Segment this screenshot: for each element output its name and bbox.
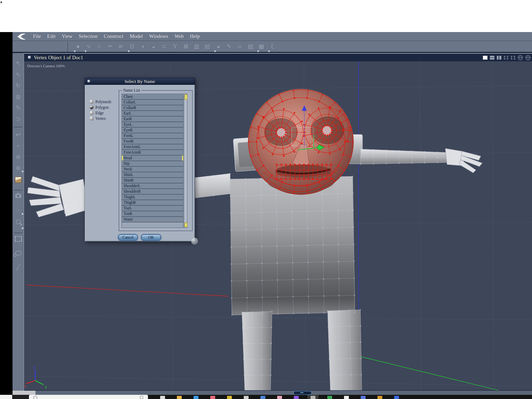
window-blue-icon[interactable] (194, 396, 198, 399)
knife-tool-icon[interactable]: ✎ (13, 102, 24, 114)
menu-windows[interactable]: Windows (149, 33, 169, 39)
move-gizmo-tool-icon[interactable]: + (13, 140, 24, 152)
window-blue2-icon[interactable] (260, 396, 265, 399)
scrollbar-thumb[interactable] (185, 94, 187, 100)
diamond-white-icon[interactable] (344, 396, 349, 399)
dome-cut-tool-icon[interactable]: ◕ (213, 42, 224, 51)
camera-tool-icon[interactable] (13, 194, 24, 205)
ok-button[interactable]: OK (141, 235, 161, 240)
dialog-menu-dot-icon[interactable] (87, 80, 90, 83)
wire-globe-a-icon[interactable] (518, 55, 523, 60)
menu-construct[interactable]: Construct (104, 33, 123, 39)
fold-tool-icon[interactable]: ▨ (245, 42, 256, 51)
marquee-select-tool-icon[interactable] (13, 236, 24, 247)
radio-polygon[interactable]: Polygon (89, 105, 111, 110)
name-list-item-earl[interactable]: EarL (122, 111, 183, 116)
pin-gray-icon[interactable] (244, 396, 249, 399)
name-list-item-collarr[interactable]: CollarR (122, 105, 183, 111)
scrollbar-bottom-marker[interactable] (185, 223, 187, 227)
layout-split-cross-icon[interactable] (497, 56, 501, 60)
magnet-tool-icon[interactable]: ∩ (94, 42, 105, 51)
banked-sphere-tool-icon[interactable]: ◍ (13, 91, 24, 102)
transform-box-tool-icon[interactable]: ⊡ (127, 42, 138, 51)
flag-blue-icon[interactable] (361, 396, 366, 399)
menu-file[interactable]: File (33, 33, 41, 39)
search-input[interactable] (29, 395, 148, 399)
lathe-tool-icon[interactable]: ◒ (148, 42, 159, 51)
name-list-item-shinr[interactable]: ShinR (122, 178, 183, 183)
name-list-item-forearmr[interactable]: ForeArmR (122, 150, 183, 155)
name-list-item-shinl[interactable]: ShinL (122, 172, 183, 178)
hscroll-thumb[interactable] (294, 391, 312, 395)
name-list-item-toel[interactable]: ToeL (122, 206, 183, 211)
pen-yellow-icon[interactable] (227, 396, 232, 399)
name-list-item-waist[interactable]: Waist (122, 217, 183, 222)
hand-right[interactable] (445, 148, 482, 173)
dart-select-tool-icon[interactable]: ⇖ (13, 69, 24, 80)
lasso-select-tool-icon[interactable] (13, 251, 24, 262)
circle-blue-icon[interactable] (394, 396, 399, 399)
name-list-item-thighr[interactable]: ThighR (122, 200, 183, 206)
name-list-item-collarl[interactable]: CollarL (122, 100, 183, 105)
bend-tool-icon[interactable]: ▱ (235, 42, 245, 51)
block-tool-icon[interactable]: ▥ (191, 42, 202, 51)
menu-selection[interactable]: Selection (79, 33, 97, 39)
radio-vertex[interactable]: Vertex (89, 116, 111, 121)
leg-left[interactable] (242, 312, 272, 391)
clamp-tool-icon[interactable]: ⊃ (13, 114, 24, 125)
layout-single-icon[interactable] (483, 56, 487, 60)
layout-split-horizontal-icon[interactable] (490, 56, 494, 60)
sphere-gray-icon[interactable] (311, 396, 315, 399)
bone-tool-icon[interactable]: ξ (267, 42, 278, 51)
polyline-vertex-tool-icon[interactable]: ∿ (84, 42, 94, 51)
hook-tool-icon[interactable]: ↩ (13, 129, 24, 140)
radio-edge[interactable]: Edge (89, 110, 111, 116)
menu-view[interactable]: View (62, 33, 73, 39)
app-purple-icon[interactable] (294, 396, 299, 399)
name-list-item-shoulderr[interactable]: ShoulderR (122, 189, 183, 194)
hand-left[interactable] (28, 176, 88, 217)
pan-hand-tool-icon[interactable]: ☞ (13, 205, 24, 216)
menu-web[interactable]: Web (175, 33, 184, 39)
name-list-item-head[interactable]: Head (122, 155, 183, 161)
menu-help[interactable]: Help (190, 33, 200, 39)
menu-edit[interactable]: Edit (47, 33, 56, 39)
layout-split-quad-icon[interactable] (504, 56, 508, 60)
view-cube-tool-icon[interactable] (13, 177, 24, 188)
zoom-tool-icon[interactable] (13, 220, 24, 231)
dialog-title-bar[interactable]: Select By Name (85, 78, 195, 85)
delete-region-tool-icon[interactable]: ⊠ (181, 42, 191, 51)
viewport-hscrollbar[interactable] (24, 390, 532, 395)
pen-tool-icon[interactable]: ✎ (224, 42, 235, 51)
viewport-menu-dot-icon[interactable] (28, 56, 31, 59)
weld-tool-icon[interactable]: ⊳ (116, 42, 127, 51)
scissors-tool-icon[interactable]: ✂ (105, 42, 116, 51)
sphere-tool-icon[interactable]: ● (73, 42, 84, 51)
folder-icon[interactable] (177, 396, 182, 399)
name-list-item-hip[interactable]: Hip (122, 161, 183, 167)
circle-pink-icon[interactable] (277, 396, 282, 399)
wire-globe-b-icon[interactable] (525, 55, 531, 60)
brush-select-tool-icon[interactable]: ╱ (13, 262, 24, 273)
name-list-item-footl[interactable]: FootL (122, 133, 183, 139)
list-scrollbar[interactable] (184, 94, 187, 228)
radio-polymesh[interactable]: Polymesh (89, 99, 111, 105)
start-button[interactable] (13, 395, 29, 399)
name-list-item-forearml[interactable]: ForeArmL (122, 144, 183, 150)
app-green-icon[interactable] (327, 396, 332, 399)
head-selected-mesh[interactable] (248, 89, 354, 195)
rotate-gizmo-tool-icon[interactable]: ⊛ (13, 152, 24, 163)
mail-red-icon[interactable] (210, 396, 215, 399)
leg-right[interactable] (328, 310, 362, 391)
name-list-item-toer[interactable]: ToeR (122, 211, 183, 217)
name-list-item-eyel[interactable]: EyeL (122, 122, 183, 128)
extrude-tool-icon[interactable]: ⊂ (159, 42, 170, 51)
name-list-item-eyer[interactable]: EyeR (122, 128, 183, 133)
name-list-item-shoulderl[interactable]: ShoulderL (122, 183, 183, 189)
dome-tool-icon[interactable]: ◖ (138, 42, 148, 51)
select-arrow-tool-icon[interactable]: ↖ (13, 58, 24, 69)
name-list-item-chest[interactable]: Chest (122, 94, 183, 100)
chart-bars-icon[interactable] (160, 396, 165, 399)
name-list-item-thighl[interactable]: ThighL (122, 194, 183, 200)
trackball-tool-icon[interactable]: ⊕ (13, 163, 24, 174)
